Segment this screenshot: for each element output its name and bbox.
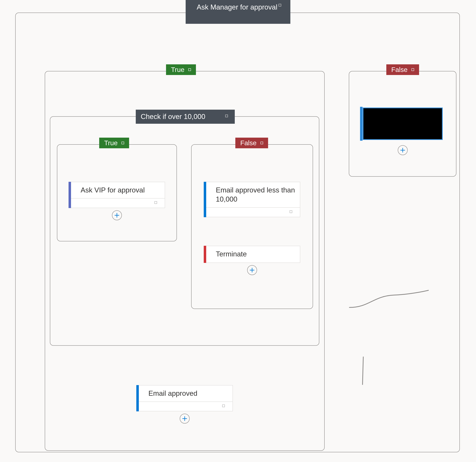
condition-container-inner: Check if over 10,000 True Ask VIP for ap… [50, 116, 319, 346]
collapse-icon[interactable] [225, 115, 228, 117]
expand-icon[interactable] [222, 404, 225, 407]
tag-inner-true-label: True [104, 139, 118, 147]
action-sub-row [204, 208, 300, 217]
collapse-icon[interactable] [261, 142, 263, 144]
tag-false-label: False [391, 66, 408, 74]
branch-inner-false: False Email approved less than 10,000 [191, 144, 313, 309]
action-sub-row [137, 402, 232, 411]
inner-condition-header[interactable]: Check if over 10,000 [136, 110, 235, 124]
action-sub-row [69, 199, 165, 208]
annotation-stroke [348, 289, 430, 312]
collapse-icon[interactable] [121, 142, 124, 144]
action-email-under[interactable]: Email approved less than 10,000 [204, 182, 300, 217]
condition-container-root: True Check if over 10,000 True Ask VIP f… [15, 13, 460, 452]
branch-false-main: False [349, 71, 456, 177]
action-ask-vip-title: Ask VIP for approval [81, 186, 145, 194]
tag-false-main[interactable]: False [386, 64, 419, 75]
collapse-icon[interactable] [411, 68, 414, 71]
collapse-icon[interactable] [279, 4, 281, 7]
action-email-approved-title: Email approved [149, 389, 197, 397]
add-action-button[interactable] [247, 265, 257, 275]
tag-inner-true[interactable]: True [99, 138, 129, 148]
action-ask-vip[interactable]: Ask VIP for approval [69, 182, 165, 208]
stripe-red [204, 246, 206, 263]
action-email-approved[interactable]: Email approved [137, 385, 233, 411]
branch-inner-true: True Ask VIP for approval [57, 144, 177, 241]
collapse-icon[interactable] [188, 68, 191, 71]
action-terminate[interactable]: Terminate [204, 246, 300, 263]
annotation-stroke [362, 356, 366, 386]
stripe-blue [360, 107, 363, 141]
root-condition-title: Ask Manager for approval [197, 3, 277, 11]
svg-line-8 [363, 357, 363, 385]
add-action-button[interactable] [398, 145, 408, 155]
action-terminate-title: Terminate [216, 250, 247, 258]
expand-icon[interactable] [154, 201, 157, 204]
action-email-under-title: Email approved less than 10,000 [216, 186, 295, 203]
action-redacted[interactable] [363, 108, 443, 140]
add-action-button[interactable] [180, 414, 190, 424]
inner-condition-title: Check if over 10,000 [141, 113, 205, 121]
tag-true-main[interactable]: True [166, 64, 196, 75]
tag-inner-false-label: False [240, 139, 257, 147]
tag-inner-false[interactable]: False [235, 138, 268, 148]
root-condition-header[interactable]: Ask Manager for approval [186, 0, 290, 24]
expand-icon[interactable] [289, 210, 292, 213]
add-action-button[interactable] [112, 210, 122, 220]
tag-true-label: True [171, 66, 185, 74]
